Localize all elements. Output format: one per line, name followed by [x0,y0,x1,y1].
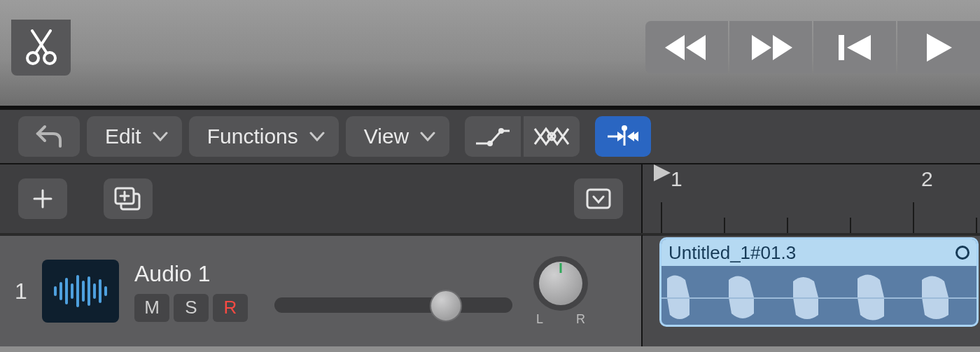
pan-left-label: L [536,312,543,327]
track-name-label[interactable]: Audio 1 [134,261,248,287]
region-header[interactable]: Untitled_1#01.3 [662,239,976,266]
chevron-down-icon [153,132,168,141]
svg-marker-8 [927,34,952,62]
play-icon [923,32,955,63]
svg-rect-23 [587,190,610,208]
pan-control: L R [533,256,588,327]
go-to-start-button[interactable] [813,21,896,73]
go-to-start-icon [836,34,874,62]
svg-point-10 [498,128,504,134]
solo-button[interactable]: S [174,294,209,322]
mute-button[interactable]: M [134,294,169,322]
scissors-icon [25,29,57,66]
fast-forward-button[interactable] [729,21,812,73]
track-header-tools [0,164,643,233]
svg-point-1 [44,52,55,64]
track-header[interactable]: 1 Audio 1 M [0,234,643,346]
functions-menu[interactable]: Functions [189,116,339,157]
svg-rect-6 [839,35,844,60]
track-row: 1 Audio 1 M [0,234,980,346]
audio-region[interactable]: Untitled_1#01.3 [659,237,979,327]
functions-menu-label: Functions [207,125,298,148]
track-number: 1 [0,279,42,304]
automation-toggle[interactable] [465,116,521,157]
track-lane[interactable]: Untitled_1#01.3 [643,234,980,346]
transport-controls [645,21,980,73]
ruler-mark-2: 2 [921,167,933,191]
svg-marker-7 [847,35,871,60]
flex-toggle[interactable] [524,116,580,157]
scissors-tool-button[interactable] [11,20,71,76]
catch-playhead-icon [603,125,643,148]
record-enable-button[interactable]: R [213,294,248,322]
svg-marker-3 [665,35,685,60]
chevron-down-icon [309,132,325,141]
fast-forward-icon [746,34,795,62]
catch-dropdown-button[interactable] [574,178,623,219]
ruler-mark-1: 1 [671,167,682,191]
region-loop-icon [955,246,969,260]
svg-marker-24 [654,164,671,181]
view-menu-label: View [364,125,409,148]
main-toolbar [0,0,980,108]
edit-menu[interactable]: Edit [87,116,182,157]
track-type-icon[interactable] [42,260,119,323]
duplicate-icon [113,185,144,212]
add-track-button[interactable] [18,178,67,219]
editor-toggle-group [465,116,580,157]
svg-marker-4 [752,35,771,60]
svg-marker-5 [773,35,792,60]
ruler-ticks [643,199,980,233]
edit-menu-label: Edit [105,125,141,148]
view-menu[interactable]: View [346,116,449,157]
region-name-label: Untitled_1#01.3 [668,242,796,264]
pan-knob[interactable] [533,256,588,311]
svg-point-0 [27,52,38,64]
plus-icon [31,188,54,210]
playhead-marker-icon [652,163,672,183]
back-arrow-icon [35,124,63,149]
svg-point-14 [622,125,627,131]
automation-curve-icon [473,125,512,148]
duplicate-track-button[interactable] [104,178,153,219]
audio-waveform-icon [51,272,110,310]
catch-playhead-toggle[interactable] [595,116,651,157]
svg-point-9 [487,141,493,146]
play-button[interactable] [897,21,980,73]
svg-marker-2 [686,35,706,60]
back-arrow-button[interactable] [18,116,80,157]
catch-dropdown-icon [584,187,612,211]
flex-icon [532,125,571,148]
track-details: Audio 1 M S R [134,261,248,322]
chevron-down-icon [420,132,435,141]
rewind-icon [662,34,711,62]
region-waveform [662,266,976,327]
pan-right-label: R [576,312,585,327]
editor-menu-bar: Edit Functions View [0,108,980,164]
track-header-row: 1 2 [0,164,980,234]
volume-slider-thumb[interactable] [430,290,462,322]
volume-slider[interactable] [274,297,512,313]
rewind-button[interactable] [645,21,728,73]
timeline-ruler[interactable]: 1 2 [643,164,980,233]
